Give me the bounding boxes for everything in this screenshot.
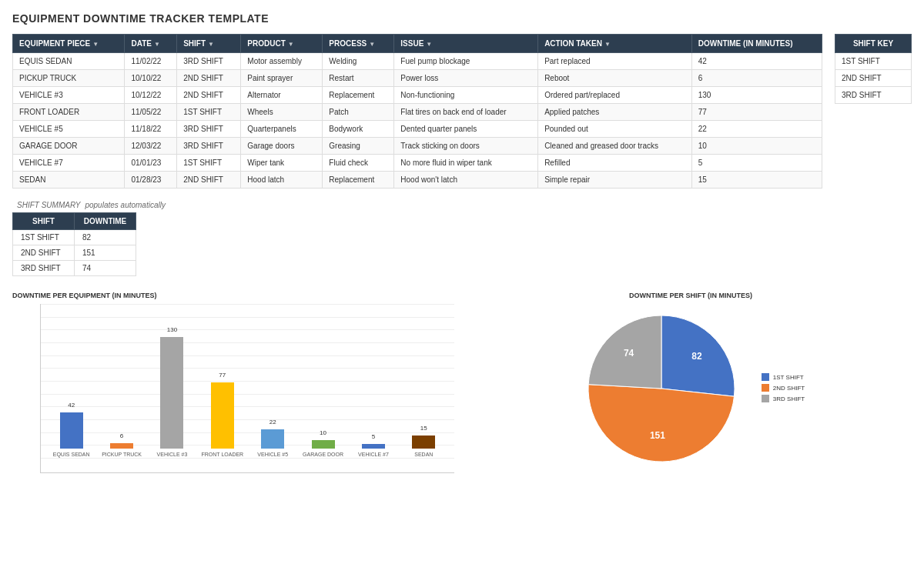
bar-value: 22	[261, 419, 284, 425]
shift-summary-section: SHIFT SUMMARYpopulates automatically SHI…	[12, 201, 912, 276]
cell-date: 01/01/23	[125, 155, 177, 172]
equipment-table: EQUIPMENT PIECE▼DATE▼SHIFT▼PRODUCT▼PROCE…	[12, 34, 822, 189]
cell-process: Welding	[323, 53, 394, 70]
bar-fill	[362, 444, 385, 449]
cell-product: Motor assembly	[241, 53, 323, 70]
cell-product: Hood latch	[241, 172, 323, 189]
cell-product: Alternator	[241, 87, 323, 104]
cell-issue: Fuel pump blockage	[394, 53, 538, 70]
cell-process: Replacement	[323, 87, 394, 104]
pie-legend: 1ST SHIFT2ND SHIFT3RD SHIFT	[762, 373, 805, 405]
shift-key-value: 1ST SHIFT	[835, 53, 912, 70]
summary-cell-downtime: 74	[75, 261, 136, 276]
bar-chart-container: DOWNTIME PER EQUIPMENT (IN MINUTES) 1801…	[12, 292, 454, 475]
col-header-date: DATE▼	[125, 35, 177, 53]
summary-cell-downtime: 82	[75, 230, 136, 245]
table-row: SEDAN01/28/232ND SHIFTHood latchReplacem…	[13, 172, 822, 189]
summary-row: 2ND SHIFT151	[13, 245, 136, 261]
bar: 10	[312, 440, 335, 449]
cell-date: 12/03/22	[125, 138, 177, 155]
bar: 5	[362, 444, 385, 449]
cell-equipment: GARAGE DOOR	[13, 138, 125, 155]
filter-icon-process[interactable]: ▼	[369, 41, 375, 48]
cell-action: Pounded out	[538, 121, 692, 138]
pie-label: 82	[691, 351, 702, 362]
shift-key-row: 2ND SHIFT	[835, 70, 912, 87]
shift-key-section: SHIFT KEY 1ST SHIFT2ND SHIFT3RD SHIFT	[835, 34, 912, 104]
cell-shift: 2ND SHIFT	[177, 70, 241, 87]
cell-product: Wiper tank	[241, 155, 323, 172]
col-header-equipment: EQUIPMENT PIECE▼	[13, 35, 125, 53]
bar: 15	[412, 435, 435, 449]
cell-process: Bodywork	[323, 121, 394, 138]
bar-chart-title: DOWNTIME PER EQUIPMENT (IN MINUTES)	[12, 292, 454, 299]
cell-date: 10/12/22	[125, 87, 177, 104]
bar-group: 22VEHICLE #5	[250, 429, 296, 458]
cell-equipment: EQUIS SEDAN	[13, 53, 125, 70]
legend-label: 1ST SHIFT	[773, 374, 804, 381]
cell-issue: Track sticking on doors	[394, 138, 538, 155]
shift-summary-sublabel: populates automatically	[85, 201, 166, 209]
filter-icon-product[interactable]: ▼	[288, 41, 294, 48]
bar-chart-wrapper: 1801651501351201059075604530150 42EQUIS …	[12, 304, 454, 473]
bar-label: VEHICLE #7	[358, 452, 389, 458]
cell-action: Simple repair	[538, 172, 692, 189]
pie-label: 151	[650, 430, 665, 441]
cell-action: Refilled	[538, 155, 692, 172]
cell-action: Part replaced	[538, 53, 692, 70]
col-header-issue: ISSUE▼	[394, 35, 538, 53]
bar-fill	[60, 412, 83, 449]
cell-equipment: SEDAN	[13, 172, 125, 189]
table-row: VEHICLE #701/01/231ST SHIFTWiper tankFlu…	[13, 155, 822, 172]
legend-color	[762, 384, 769, 392]
shift-summary-title: SHIFT SUMMARY	[17, 201, 80, 209]
cell-shift: 1ST SHIFT	[177, 155, 241, 172]
filter-icon-equipment[interactable]: ▼	[92, 41, 99, 48]
bar-label: FRONT LOADER	[201, 452, 243, 458]
col-header-downtime: DOWNTIME (IN MINUTES)	[691, 35, 822, 53]
filter-icon-date[interactable]: ▼	[154, 41, 160, 48]
summary-cell-downtime: 151	[75, 245, 136, 261]
col-header-product: PRODUCT▼	[241, 35, 323, 53]
shift-key-value: 2ND SHIFT	[835, 70, 912, 87]
bar: 42	[60, 412, 83, 449]
cell-shift: 3RD SHIFT	[177, 121, 241, 138]
cell-issue: No more fluid in wiper tank	[394, 155, 538, 172]
summary-cell-shift: 1ST SHIFT	[13, 230, 75, 245]
cell-issue: Non-functioning	[394, 87, 538, 104]
cell-process: Replacement	[323, 172, 394, 189]
bar-fill	[110, 443, 133, 449]
bar-group: 10GARAGE DOOR	[300, 440, 346, 459]
pie-chart-title: DOWNTIME PER SHIFT (IN MINUTES)	[629, 292, 752, 299]
filter-icon-action[interactable]: ▼	[604, 41, 611, 48]
bar: 22	[261, 429, 284, 448]
summary-header: DOWNTIME	[75, 213, 136, 230]
table-row: FRONT LOADER11/05/221ST SHIFTWheelsPatch…	[13, 104, 822, 121]
cell-equipment: VEHICLE #7	[13, 155, 125, 172]
summary-row: 1ST SHIFT82	[13, 230, 136, 245]
cell-downtime: 42	[691, 53, 822, 70]
bar-label: VEHICLE #3	[157, 452, 188, 458]
filter-icon-shift[interactable]: ▼	[208, 41, 214, 48]
cell-date: 11/02/22	[125, 53, 177, 70]
cell-equipment: FRONT LOADER	[13, 104, 125, 121]
bar-group: 6PICKUP TRUCK	[99, 443, 144, 458]
cell-process: Patch	[323, 104, 394, 121]
bar-group: 77FRONT LOADER	[199, 382, 245, 458]
top-section: EQUIPMENT PIECE▼DATE▼SHIFT▼PRODUCT▼PROCE…	[12, 34, 912, 201]
summary-header: SHIFT	[13, 213, 75, 230]
main-table-wrapper: EQUIPMENT PIECE▼DATE▼SHIFT▼PRODUCT▼PROCE…	[12, 34, 822, 201]
legend-item: 3RD SHIFT	[762, 395, 805, 402]
bar-group: 42EQUIS SEDAN	[49, 412, 94, 458]
bar-fill	[160, 337, 183, 448]
bar-fill	[312, 440, 335, 449]
filter-icon-issue[interactable]: ▼	[426, 41, 432, 48]
pie-wrapper: 8215174 1ST SHIFT2ND SHIFT3RD SHIFT	[577, 304, 805, 475]
bar: 6	[110, 443, 133, 449]
charts-section: DOWNTIME PER EQUIPMENT (IN MINUTES) 1801…	[12, 292, 912, 475]
cell-date: 11/18/22	[125, 121, 177, 138]
cell-date: 11/05/22	[125, 104, 177, 121]
col-header-shift: SHIFT▼	[177, 35, 241, 53]
pie-chart-svg-wrapper: 8215174	[577, 304, 746, 475]
bar-group: 15SEDAN	[401, 435, 447, 458]
